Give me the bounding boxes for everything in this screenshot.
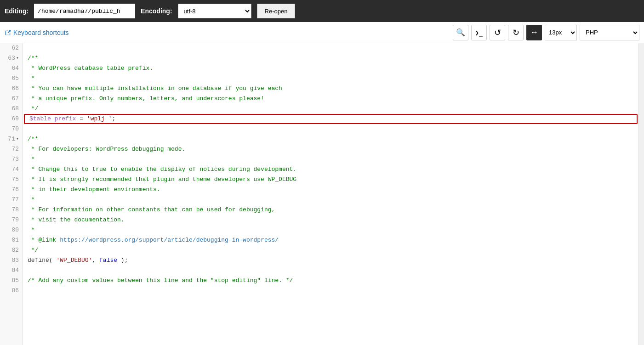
encoding-label: Encoding: bbox=[141, 7, 172, 15]
file-path-input[interactable] bbox=[34, 4, 135, 18]
line-number: 83 bbox=[0, 255, 23, 266]
undo-button[interactable]: ↺ bbox=[490, 25, 505, 40]
line-number: 78 bbox=[0, 205, 23, 215]
line-number: 68 bbox=[0, 104, 23, 114]
code-line: * bbox=[23, 225, 638, 235]
editor-area: 6263▾6465666768697071▾727374757677787980… bbox=[0, 43, 644, 345]
code-line: * @link https://wordpress.org/support/ar… bbox=[23, 235, 638, 245]
line-number: 73 bbox=[0, 154, 23, 164]
code-line: /** bbox=[23, 134, 638, 144]
code-line: * bbox=[23, 195, 638, 205]
line-number: 85 bbox=[0, 276, 23, 286]
keyboard-shortcuts-link[interactable]: Keyboard shortcuts bbox=[5, 29, 69, 36]
line-number: 79 bbox=[0, 215, 23, 225]
wrap-button[interactable]: ↔ bbox=[526, 25, 542, 40]
line-number: 74 bbox=[0, 164, 23, 175]
code-line: * WordPress database table prefix. bbox=[23, 63, 638, 74]
line-number: 76 bbox=[0, 185, 23, 195]
code-line: * a unique prefix. Only numbers, letters… bbox=[23, 94, 638, 104]
terminal-icon: ❯_ bbox=[475, 29, 483, 36]
code-line: $table_prefix = 'wplj_'; bbox=[24, 114, 638, 124]
scrollbar[interactable] bbox=[638, 43, 644, 345]
terminal-button[interactable]: ❯_ bbox=[471, 25, 487, 40]
line-number: 70 bbox=[0, 124, 23, 134]
line-number: 75 bbox=[0, 175, 23, 185]
code-line: * visit the documentation. bbox=[23, 215, 638, 225]
line-number: 66 bbox=[0, 84, 23, 94]
code-line: * You can have multiple installations in… bbox=[23, 84, 638, 94]
code-line bbox=[23, 124, 638, 134]
line-number: 86 bbox=[0, 286, 23, 296]
search-button[interactable]: 🔍 bbox=[453, 25, 468, 40]
fold-arrow-icon[interactable]: ▾ bbox=[16, 134, 19, 144]
code-line: define( 'WP_DEBUG', false ); bbox=[23, 255, 638, 266]
code-line: */ bbox=[23, 104, 638, 114]
line-number: 62 bbox=[0, 43, 23, 53]
line-number: 82 bbox=[0, 245, 23, 255]
code-line: * in their development environments. bbox=[23, 185, 638, 195]
line-numbers: 6263▾6465666768697071▾727374757677787980… bbox=[0, 43, 23, 345]
code-line: /* Add any custom values between this li… bbox=[23, 276, 638, 286]
line-number: 67 bbox=[0, 94, 23, 104]
code-line bbox=[23, 286, 638, 296]
editing-label: Editing: bbox=[5, 7, 28, 15]
keyboard-shortcuts-text: Keyboard shortcuts bbox=[13, 29, 69, 36]
code-content[interactable]: /** * WordPress database table prefix. *… bbox=[23, 43, 638, 345]
redo-button[interactable]: ↻ bbox=[508, 25, 524, 40]
code-line: * For developers: WordPress debugging mo… bbox=[23, 144, 638, 154]
font-size-select[interactable]: 10px 11px 12px 13px 14px 16px 18px bbox=[545, 25, 577, 40]
language-select[interactable]: PHP JavaScript CSS HTML Python Text bbox=[580, 25, 639, 40]
line-number: 64 bbox=[0, 63, 23, 74]
code-line: */ bbox=[23, 245, 638, 255]
search-icon: 🔍 bbox=[456, 28, 465, 37]
reopen-button[interactable]: Re-open bbox=[257, 4, 296, 18]
code-line bbox=[23, 266, 638, 276]
redo-icon: ↻ bbox=[513, 28, 519, 38]
code-line bbox=[23, 43, 638, 53]
encoding-select[interactable]: utf-8 utf-16 iso-8859-1 windows-1252 bbox=[178, 4, 251, 18]
top-toolbar: Editing: Encoding: utf-8 utf-16 iso-8859… bbox=[0, 0, 644, 22]
code-line: * bbox=[23, 74, 638, 84]
code-line: /** bbox=[23, 53, 638, 63]
code-line: * For information on other constants tha… bbox=[23, 205, 638, 215]
code-line: * bbox=[23, 154, 638, 164]
line-number: 69 bbox=[0, 114, 23, 124]
line-number: 81 bbox=[0, 235, 23, 245]
secondary-toolbar: Keyboard shortcuts 🔍 ❯_ ↺ ↻ ↔ 10px 11px … bbox=[0, 22, 644, 43]
code-line: * It is strongly recommended that plugin… bbox=[23, 175, 638, 185]
line-number: 77 bbox=[0, 195, 23, 205]
external-link-icon bbox=[5, 29, 11, 36]
wrap-icon: ↔ bbox=[530, 28, 538, 37]
line-number: 72 bbox=[0, 144, 23, 154]
line-number: 71▾ bbox=[0, 134, 23, 144]
undo-icon: ↺ bbox=[494, 28, 501, 38]
fold-arrow-icon[interactable]: ▾ bbox=[16, 53, 19, 63]
line-number: 80 bbox=[0, 225, 23, 235]
line-number: 65 bbox=[0, 74, 23, 84]
line-number: 63▾ bbox=[0, 53, 23, 63]
line-number: 84 bbox=[0, 266, 23, 276]
code-line: * Change this to true to enable the disp… bbox=[23, 164, 638, 175]
